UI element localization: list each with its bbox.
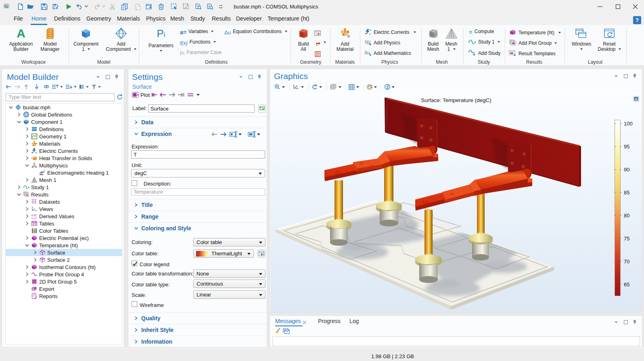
- svg-text:Plot: Plot: [140, 92, 150, 98]
- svg-text:Δu: Δu: [364, 50, 370, 55]
